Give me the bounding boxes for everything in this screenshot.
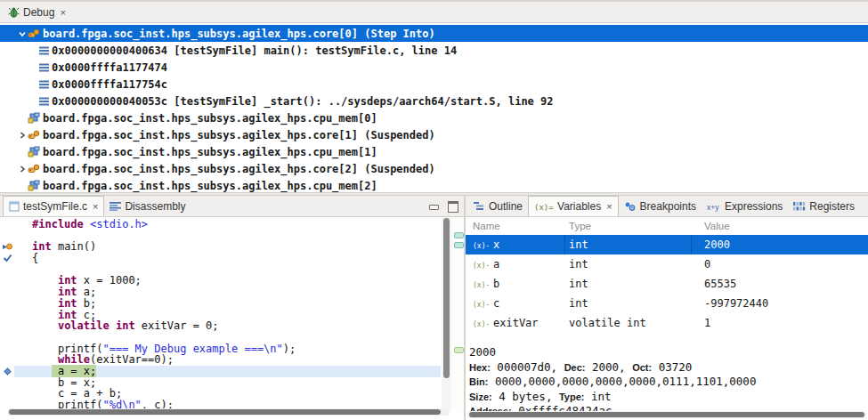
code-line[interactable]: #include <stdio.h> (0, 219, 441, 230)
close-icon[interactable]: × (93, 201, 98, 212)
variable-value-cell[interactable]: 1 (692, 313, 868, 333)
debug-tab-debug[interactable]: Debug× (3, 2, 71, 22)
debug-tree-row[interactable]: board.fpga.soc_inst.hps_subsys.agilex_hp… (0, 143, 868, 160)
variable-value-cell[interactable]: 0 (692, 254, 868, 274)
variables-horizontal-scrollbar[interactable] (467, 411, 866, 418)
gutter-cell[interactable] (0, 219, 14, 230)
close-icon[interactable]: × (606, 201, 612, 212)
svg-text:(x)-: (x)- (473, 242, 489, 250)
editor-vertical-scrollbar[interactable] (442, 217, 451, 411)
stack-frame-row[interactable]: 0x0000ffffa117754c (0, 76, 868, 93)
stack-frame-row[interactable]: 0x0000ffffa1177474 (0, 59, 868, 76)
variables-table-body: (x)-xint2000(x)-aint0(x)-bint65535(x)-ci… (466, 235, 868, 333)
stack-frame-row[interactable]: 0x0000000000400634 [testSymFile] main():… (0, 42, 868, 59)
detail-line: Hex: 000007d0, Dec: 2000, Oct: 03720 (469, 360, 868, 376)
annotation-mark[interactable] (454, 232, 464, 238)
core-icon (28, 28, 40, 39)
scrollbar-thumb[interactable] (9, 409, 441, 415)
code-line[interactable]: { (0, 253, 441, 264)
debug-tree: board.fpga.soc_inst.hps_subsys.agilex_hp… (0, 23, 868, 192)
tab-label: testSymFile.c (23, 200, 87, 213)
check-icon[interactable] (0, 253, 14, 264)
chevron-right-icon[interactable] (16, 131, 28, 140)
code-text: { (14, 253, 441, 264)
debug-tree-row[interactable]: board.fpga.soc_inst.hps_subsys.agilex_hp… (0, 177, 868, 192)
gutter-cell[interactable] (0, 230, 14, 242)
svg-text:(x)-: (x)- (473, 320, 489, 328)
chevron-down-icon[interactable] (16, 29, 28, 38)
gutter-cell[interactable] (0, 310, 14, 321)
gutter-cell[interactable] (0, 388, 14, 400)
column-header-value[interactable]: Value (692, 221, 868, 231)
gutter-cell[interactable] (0, 377, 14, 389)
code-line[interactable]: volatile int exitVar = 0; (0, 320, 441, 332)
annotation-mark[interactable] (454, 347, 464, 353)
editor-tab-disassembly[interactable]: Disassembly (104, 196, 191, 216)
variables-table-header: NameTypeValue (466, 217, 868, 235)
pc-pointer-icon[interactable] (0, 366, 14, 377)
overview-ruler (451, 217, 464, 411)
detail-value: 2000 (469, 345, 496, 359)
tab-label: Outline (489, 200, 523, 213)
gutter-cell[interactable] (0, 264, 14, 276)
stack-frame-icon (39, 96, 49, 106)
editor-tab-testsymfile-c[interactable]: testSymFile.c× (3, 196, 104, 216)
column-header-name[interactable]: Name (466, 221, 565, 231)
variable-icon: (x)- (473, 260, 489, 269)
tree-row-label: 0x0000ffffa1177474 (52, 61, 167, 74)
gutter-cell[interactable] (0, 320, 14, 332)
right-tab-registers[interactable]: Registers (788, 196, 860, 216)
debug-tree-row[interactable]: board.fpga.soc_inst.hps_subsys.agilex_hp… (0, 109, 868, 126)
variable-value-cell[interactable]: 2000 (692, 235, 868, 254)
chevron-right-icon[interactable] (16, 165, 28, 174)
variable-row-exitVar[interactable]: (x)-exitVarvolatile int1 (466, 313, 868, 333)
variables-view-tabbar: Outline(x)=Variables×Breakpointsx+yExpre… (466, 196, 868, 217)
editor-horizontal-scrollbar[interactable] (7, 408, 450, 416)
main-marker-icon[interactable] (0, 241, 14, 253)
debug-tree-row[interactable]: board.fpga.soc_inst.hps_subsys.agilex_hp… (0, 160, 868, 177)
svg-text:(x)-: (x)- (473, 262, 489, 270)
column-header-type[interactable]: Type (565, 221, 692, 231)
right-tab-outline[interactable]: Outline (468, 196, 528, 216)
gutter-cell[interactable] (0, 332, 14, 343)
code-area[interactable]: #include <stdio.h>int main(){ int x = 10… (0, 219, 441, 411)
variable-icon: (x)- (473, 240, 489, 249)
debug-tree-row[interactable]: board.fpga.soc_inst.hps_subsys.agilex_hp… (0, 25, 868, 42)
close-icon[interactable]: × (60, 7, 65, 18)
tree-row-label: 0x0000ffffa117754c (52, 78, 167, 91)
maximize-icon[interactable] (448, 201, 458, 213)
variable-row-x[interactable]: (x)-xint2000 (466, 235, 868, 254)
debug-bug-icon (8, 6, 20, 18)
gutter-cell[interactable] (0, 354, 14, 366)
svg-text:x+y: x+y (707, 202, 719, 211)
gutter-cell[interactable] (0, 298, 14, 310)
scrollbar-thumb[interactable] (443, 218, 450, 378)
debug-tree-row[interactable]: board.fpga.soc_inst.hps_subsys.agilex_hp… (0, 126, 868, 143)
annotation-mark[interactable] (454, 242, 464, 248)
editor-tabbar: testSymFile.c×Disassembly (0, 196, 464, 217)
scrollbar-thumb[interactable] (469, 412, 864, 417)
variable-type-cell: volatile int (565, 313, 692, 333)
variable-row-c[interactable]: (x)-cint-997972440 (466, 294, 868, 313)
code-line[interactable]: int main() (0, 241, 441, 253)
variable-value-cell[interactable]: 65535 (692, 274, 868, 294)
tree-row-label: board.fpga.soc_inst.hps_subsys.agilex_hp… (43, 163, 435, 175)
variable-row-b[interactable]: (x)-bint65535 (466, 274, 868, 294)
variable-value-cell[interactable]: -997972440 (692, 294, 868, 313)
minimize-icon[interactable] (429, 205, 439, 210)
gutter-cell[interactable] (0, 287, 14, 298)
right-tab-variables[interactable]: (x)=Variables× (528, 196, 619, 216)
stack-frame-row[interactable]: 0x000000000040053c [testSymFile] _start(… (0, 93, 868, 109)
editor-panel: testSymFile.c×Disassembly #include <stdi… (0, 196, 464, 420)
gutter-cell[interactable] (0, 275, 14, 287)
variable-icon: (x)- (473, 319, 489, 327)
tree-row-label: 0x0000000000400634 [testSymFile] main():… (52, 44, 457, 57)
variable-name-cell: (x)-c (466, 294, 565, 313)
variable-row-a[interactable]: (x)-aint0 (466, 254, 868, 274)
tab-label: Expressions (725, 200, 783, 213)
tree-row-label: board.fpga.soc_inst.hps_subsys.agilex_hp… (43, 180, 377, 192)
gutter-cell[interactable] (0, 343, 14, 355)
right-tab-expressions[interactable]: x+yExpressions (702, 196, 788, 216)
right-tab-breakpoints[interactable]: Breakpoints (619, 196, 702, 216)
tab-label: Variables (557, 200, 601, 213)
